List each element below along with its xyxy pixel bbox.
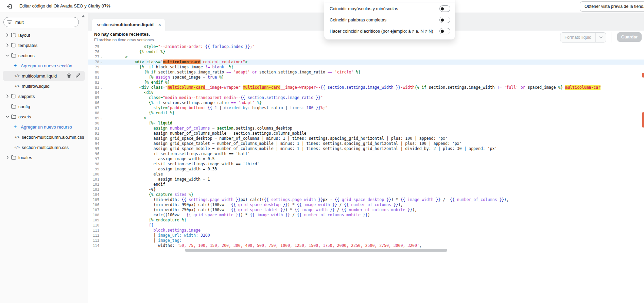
code-line-108[interactable]: 108 calc((100vw - {{ grid_space_mobile }… — [88, 213, 644, 218]
code-line-99[interactable]: 99 assign image_width = 0.33 — [88, 167, 644, 172]
code-line-75[interactable]: 75 style="--animation-order: {{ forloop.… — [88, 44, 644, 49]
code-text: | image_tag: — [104, 238, 182, 243]
code-line-80[interactable]: 80 {% if section.settings.image_ratio ==… — [88, 70, 644, 75]
gutter: 83⌄ — [88, 85, 104, 90]
code-line-76[interactable]: 76 {% endif %} — [88, 49, 644, 54]
code-line-109[interactable]: 109 {% endcapture %} — [88, 218, 644, 223]
horizontal-scrollbar[interactable] — [185, 249, 447, 252]
code-line-110[interactable]: 110 {{ — [88, 223, 644, 228]
fold-toggle-icon[interactable]: ⌄ — [99, 60, 104, 65]
code-line-114[interactable]: 114 widths: '50, 75, 100, 150, 200, 300,… — [88, 243, 644, 248]
sidebar-item-multirow.liquid[interactable]: </>multirow.liquid — [0, 81, 88, 91]
sidebar-item-snippets[interactable]: snippets — [0, 91, 88, 101]
code-line-83[interactable]: 83⌄ <div class="multicolumn-card__image-… — [88, 85, 644, 90]
code-line-112[interactable]: 112 | image_url: width: 3200 — [88, 233, 644, 238]
save-button[interactable]: Guardar — [617, 32, 642, 42]
code-line-102[interactable]: 102 endif — [88, 182, 644, 187]
code-line-86[interactable]: 86 {% if section.settings.image_ratio ==… — [88, 100, 644, 105]
tab-multicolumn-liquid[interactable]: sections/multicolumn.liquid × — [92, 19, 165, 31]
sidebar-item-assets[interactable]: assets — [0, 112, 88, 122]
code-editor[interactable]: 75 style="--animation-order: {{ forloop.… — [88, 44, 644, 252]
sidebar-item-locales[interactable]: locales — [0, 152, 88, 163]
sidebar-item-multicolumn.liquid[interactable]: </>multicolumn.liquid — [3, 71, 85, 81]
sidebar-item-sections[interactable]: sections — [0, 50, 88, 61]
line-number: 96 — [88, 151, 99, 156]
close-tab-icon[interactable]: × — [158, 22, 161, 27]
code-line-101[interactable]: 101 assign image_width = 1 — [88, 177, 644, 182]
fold-placeholder — [99, 233, 104, 238]
chevron-down-icon[interactable] — [5, 54, 10, 57]
scroll-up-icon[interactable] — [82, 15, 85, 17]
sidebar-item-section-multicolumn.aio.min.css[interactable]: </>section-multicolumn.aio.min.css — [0, 132, 88, 142]
line-number: 102 — [88, 182, 99, 187]
sidebar-item-layout[interactable]: layout — [0, 30, 88, 40]
code-line-94[interactable]: 94 assign grid_space_tablet = number_of_… — [88, 141, 644, 146]
file-search-input[interactable] — [15, 19, 67, 25]
fold-placeholder — [99, 111, 104, 116]
delete-file-icon[interactable] — [67, 73, 71, 79]
code-line-82[interactable]: 82 {% endif %} — [88, 80, 644, 85]
chevron-down-icon[interactable] — [5, 115, 10, 118]
add-new-link[interactable]: +Agregar un nuevo recurso — [0, 122, 88, 132]
code-line-91[interactable]: 91 assign number_of_columns = section.se… — [88, 126, 644, 131]
gutter: 91 — [88, 126, 104, 131]
format-liquid-button[interactable]: Formato liquid — [560, 32, 606, 43]
fold-placeholder — [99, 131, 104, 136]
code-line-90[interactable]: 90 {%- liquid — [88, 121, 644, 126]
chevron-right-icon[interactable] — [5, 33, 10, 37]
code-line-95[interactable]: 95 assign grid_space_mobile = number_of_… — [88, 146, 644, 151]
more-actions-button[interactable] — [104, 4, 111, 9]
line-number: 103 — [88, 187, 99, 192]
chevron-right-icon[interactable] — [5, 94, 10, 98]
sidebar-item-config[interactable]: config — [0, 101, 88, 112]
fold-toggle-icon[interactable]: ⌄ — [99, 85, 104, 90]
chevron-right-icon[interactable] — [5, 43, 10, 47]
store-preview-button[interactable]: Obtener vista previa de la tienda — [580, 1, 644, 12]
code-line-111[interactable]: 111 block.settings.image — [88, 228, 644, 233]
toggle-switch[interactable] — [439, 17, 450, 23]
file-search-box[interactable] — [3, 17, 79, 27]
code-line-97[interactable]: 97 assign image_width = 0.5 — [88, 156, 644, 162]
line-number: 104 — [88, 192, 99, 197]
code-line-85[interactable]: 85 class="media media--transparent media… — [88, 95, 644, 100]
fold-toggle-icon[interactable]: ⌄ — [99, 116, 104, 121]
gutter: 81 — [88, 75, 104, 80]
exit-editor-button[interactable] — [5, 3, 13, 10]
folder-icon — [10, 155, 17, 160]
chevron-right-icon[interactable] — [5, 155, 10, 159]
code-line-98[interactable]: 98 elsif section.settings.image_width ==… — [88, 162, 644, 167]
code-line-106[interactable]: 106 (min-width: 990px) calc((100vw - {{ … — [88, 202, 644, 207]
code-line-92[interactable]: 92 assign number_of_columns_mobile = sec… — [88, 131, 644, 136]
code-line-96[interactable]: 96 if section.settings.image_width == 'h… — [88, 151, 644, 156]
toggle-switch[interactable] — [439, 5, 450, 12]
code-line-81[interactable]: 81 {% assign spaced_image = true %} — [88, 75, 644, 80]
code-line-89[interactable]: 89⌄ > — [88, 116, 644, 121]
code-file-icon: </> — [14, 74, 20, 78]
gutter: 106 — [88, 202, 104, 207]
folder-label: layout — [18, 33, 30, 38]
sidebar-item-section-multicolumn.css[interactable]: </>section-multicolumn.css — [0, 142, 88, 152]
code-line-88[interactable]: 88 {% endif %} — [88, 111, 644, 116]
code-line-107[interactable]: 107 (min-width: 750px) calc((100vw - {{ … — [88, 207, 644, 213]
add-new-link[interactable]: +Agregar un nuevo sección — [0, 61, 88, 71]
code-line-104[interactable]: 104 {% capture sizes %} — [88, 192, 644, 197]
rename-file-icon[interactable] — [75, 73, 80, 79]
code-line-93[interactable]: 93 assign grid_space_desktop = number_of… — [88, 136, 644, 141]
code-line-77[interactable]: 77⌄ > — [88, 54, 644, 60]
line-number: 89 — [88, 116, 99, 121]
gutter: 94 — [88, 141, 104, 146]
sidebar-item-templates[interactable]: templates — [0, 40, 88, 50]
code-text: assign image_width = 1 — [104, 177, 210, 182]
code-line-113[interactable]: 113 | image_tag: — [88, 238, 644, 243]
file-label: multicolumn.liquid — [22, 73, 57, 79]
fold-toggle-icon[interactable]: ⌄ — [99, 54, 104, 60]
code-line-105[interactable]: 105 (min-width: {{ settings.page_width }… — [88, 197, 644, 202]
code-line-103[interactable]: 103 -%} — [88, 187, 644, 192]
code-line-100[interactable]: 100 else — [88, 172, 644, 177]
toggle-switch[interactable] — [439, 28, 450, 34]
code-line-78[interactable]: 78⌄ <div class="multicolumn-card content… — [88, 60, 644, 65]
code-line-84[interactable]: 84 <div — [88, 90, 644, 95]
chevron-down-icon[interactable] — [595, 33, 606, 42]
code-line-79[interactable]: 79 {%- if block.settings.image != blank … — [88, 65, 644, 70]
code-line-87[interactable]: 87 style="padding-bottom: {{ 1 | divided… — [88, 105, 644, 111]
